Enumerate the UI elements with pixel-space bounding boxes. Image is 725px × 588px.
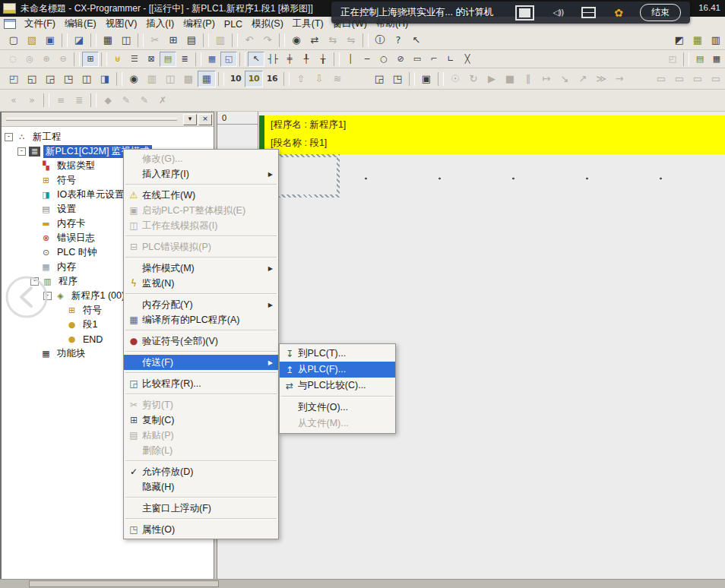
cut-button[interactable]: ✂ — [146, 32, 164, 49]
menu-item-compare-program[interactable]: ◲ 比较程序(R)... — [124, 376, 278, 391]
menu-item-work-online-simulator[interactable]: ◫ 工作在线模拟器(I) — [124, 218, 278, 233]
paste-button[interactable]: ▤ — [182, 32, 201, 49]
watch-window-button[interactable]: ◱ — [220, 52, 237, 67]
transfer-to-plc-toolbar-button[interactable]: ◲ — [370, 71, 388, 87]
window-address-button[interactable]: ◫ — [78, 71, 96, 87]
window-watch-button[interactable]: ◲ — [41, 71, 59, 87]
menu-edit[interactable]: 编辑(E) — [60, 17, 101, 31]
io-table-toolbar-button[interactable]: ◩ — [670, 32, 689, 49]
menu-simulation[interactable]: 模拟(S) — [247, 17, 288, 31]
sim-pause-button[interactable]: ‖ — [519, 71, 537, 87]
memory-view-button[interactable]: ▭ — [652, 71, 670, 87]
tree-expand-icon[interactable]: - — [17, 147, 26, 156]
menu-item-modify[interactable]: 修改(G)... — [124, 151, 278, 166]
print-button[interactable]: ▦ — [99, 32, 117, 49]
toolbox-icon[interactable] — [581, 7, 596, 18]
select-tool-button[interactable]: ↖ — [248, 52, 264, 67]
tree-panel-header[interactable]: ▾× — [2, 112, 214, 127]
tree-panel-menu-button[interactable]: ▾ — [183, 114, 197, 125]
menu-view[interactable]: 视图(V) — [101, 17, 142, 31]
menu-item-copy[interactable]: ⊞ 复制(C) — [124, 413, 278, 428]
tree-expand-icon[interactable] — [30, 235, 37, 242]
tree-expand-icon[interactable] — [30, 177, 37, 184]
menu-item-cut[interactable]: ✂ 剪切(T) — [124, 397, 278, 413]
sunflower-icon[interactable]: ✿ — [614, 7, 623, 19]
set-pen-button[interactable]: ✎ — [117, 92, 135, 109]
monitor-signed-decimal-button[interactable]: 10 — [245, 71, 263, 87]
memory-view2-button[interactable]: ▭ — [670, 71, 689, 87]
speaker-icon[interactable]: ◁)) — [552, 8, 563, 17]
rung-comment-list-button[interactable]: ≡ — [52, 92, 70, 109]
print-preview-button[interactable]: ◫ — [117, 32, 135, 49]
zoom-out-button[interactable]: ⊖ — [55, 52, 71, 67]
context-help-button[interactable]: ↖ — [407, 32, 426, 49]
window-output-button[interactable]: ◱ — [23, 71, 41, 87]
tree-expand-icon[interactable] — [30, 206, 37, 213]
menu-item-allow-docking[interactable]: ✓ 允许停放(D) — [124, 464, 278, 479]
tree-expand-icon[interactable]: - — [5, 133, 13, 141]
sim-play-button[interactable]: ▶ — [483, 71, 501, 87]
ladder-view-button[interactable]: ▤ — [160, 52, 176, 67]
menu-item-memory-allocation[interactable]: 内存分配(Y) ▶ — [124, 297, 278, 312]
end-session-button[interactable]: 结束 — [640, 4, 681, 21]
menu-item-start-plc-pt-simulation[interactable]: ▣ 启动PLC-PT整体模拟(E) — [124, 203, 278, 218]
time-chart-button[interactable]: ▦ — [198, 71, 216, 87]
fb-library-button[interactable]: ▤ — [692, 52, 708, 67]
tree-expand-icon[interactable] — [30, 220, 37, 227]
force-cancel-button[interactable]: ≋ — [328, 71, 347, 87]
menu-item-float-on-main-window[interactable]: 主窗口上浮动(F) — [124, 501, 278, 516]
save-project-button[interactable]: ▣ — [41, 32, 59, 49]
window-properties-button[interactable]: ◨ — [96, 71, 114, 87]
menu-item-plc-error-simulation[interactable]: ⊟ PLC错误模拟(P) — [124, 239, 278, 254]
rung-annotation-list-button[interactable]: ≣ — [70, 92, 88, 109]
tree-expand-icon[interactable] — [30, 249, 37, 256]
delete-vertical-button[interactable]: ⌐ — [426, 52, 442, 67]
back-nav-overlay-button[interactable] — [4, 274, 49, 320]
monitor-hex-button[interactable]: 16 — [263, 71, 281, 87]
menu-item-operating-mode[interactable]: 操作模式(M) ▶ — [124, 261, 278, 276]
rung-header-banner[interactable]: [程序名 : 新程序1] [段名称 : 段1] — [264, 115, 725, 154]
step-in-button[interactable]: ↘ — [556, 71, 574, 87]
step-out-button[interactable]: ↗ — [574, 71, 592, 87]
window-project-button[interactable]: ◰ — [5, 71, 23, 87]
tree-panel-close-button[interactable]: × — [198, 114, 212, 125]
coil-nc-button[interactable]: ⊘ — [392, 52, 409, 67]
window-crossref-button[interactable]: ◳ — [59, 71, 78, 87]
tree-view-button[interactable]: ≣ — [176, 52, 193, 67]
grid-display-button[interactable]: ▥ — [707, 32, 725, 49]
delete-horizontal-button[interactable]: ∟ — [442, 52, 459, 67]
menu-tools[interactable]: 工具(T) — [288, 17, 328, 31]
menu-item-monitor[interactable]: ϟ 监视(N) — [124, 276, 278, 291]
menu-insert[interactable]: 插入(I) — [141, 17, 179, 31]
help-button[interactable]: ? — [389, 32, 407, 49]
tree-expand-icon[interactable] — [30, 191, 37, 198]
copy-button[interactable]: ⊞ — [164, 32, 182, 49]
change-all-button[interactable]: ⇆ — [324, 32, 342, 49]
instruction-button[interactable]: ▭ — [409, 52, 426, 67]
transfer-from-plc-toolbar-button[interactable]: ◳ — [388, 71, 407, 87]
menu-item-paste[interactable]: ▤ 粘贴(P) — [124, 428, 278, 443]
submenu-item-to-plc[interactable]: ↧ 到PLC(T)... — [280, 346, 395, 362]
menu-item-properties[interactable]: ◳ 属性(O) — [124, 522, 278, 537]
contact-nc-button[interactable]: ╪ — [281, 52, 298, 67]
address-replace-button[interactable]: ⇋ — [342, 32, 360, 49]
menu-item-hide[interactable]: 隐藏(H) — [124, 479, 278, 495]
submenu-item-to-file[interactable]: 到文件(O)... — [280, 400, 395, 416]
tree-item-project[interactable]: - ∴ 新工程 — [2, 130, 214, 144]
sim-stop-button[interactable]: ■ — [501, 71, 519, 87]
tree-expand-icon[interactable] — [30, 163, 37, 169]
comment-view-button[interactable]: ⊠ — [143, 52, 160, 67]
scan-run-button[interactable]: ↻ — [464, 71, 483, 87]
rung-display-button[interactable]: ▦ — [689, 32, 707, 49]
menu-item-transfer[interactable]: 传送(F) ▶ — [124, 355, 278, 370]
menu-item-delete[interactable]: 删除(L) — [124, 443, 278, 458]
memory-card-button[interactable]: ▭ — [689, 71, 707, 87]
clear-pen-button[interactable]: ✗ — [154, 92, 172, 109]
menu-item-verify-symbols-all[interactable]: ● 验证符号(全部)(V) — [124, 334, 278, 349]
tree-expand-icon[interactable] — [30, 264, 37, 270]
open-project-button[interactable]: ▧ — [23, 32, 41, 49]
submenu-item-compare-with-plc[interactable]: ⇄ 与PLC比较(C)... — [280, 378, 395, 394]
tree-expand-icon[interactable] — [56, 336, 63, 343]
horizontal-line-button[interactable]: ─ — [359, 52, 375, 67]
menu-item-work-online[interactable]: ⚠ 在线工作(W) — [124, 188, 278, 203]
